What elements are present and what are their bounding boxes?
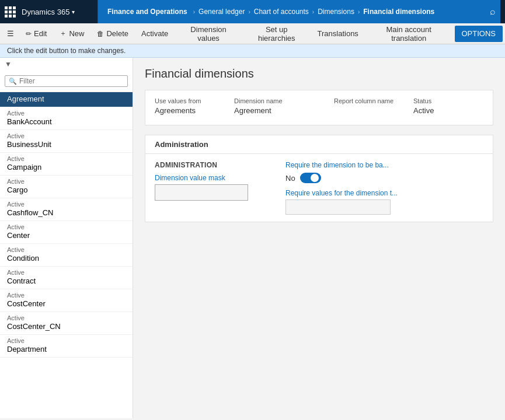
sidebar-item-condition[interactable]: ActiveCondition	[0, 244, 133, 267]
report-column-name-value	[334, 106, 404, 118]
page-title: Financial dimensions	[145, 67, 493, 80]
item-status: Active	[7, 337, 126, 344]
breadcrumb-item-1[interactable]: Chart of accounts	[254, 8, 309, 16]
item-status: Active	[7, 132, 126, 139]
search-button[interactable]: ⌕	[490, 6, 496, 17]
sidebar-item-department[interactable]: ActiveDepartment	[0, 335, 133, 358]
item-name: Center	[7, 231, 126, 240]
dim-mask-input[interactable]	[155, 184, 248, 201]
report-column-name-group: Report column name	[334, 97, 404, 118]
info-bar: Click the edit button to make changes.	[0, 44, 505, 58]
item-name: BankAccount	[7, 117, 126, 126]
use-values-from-label: Use values from	[155, 97, 225, 104]
require-values-label: Require values for the dimension t...	[285, 189, 483, 197]
require-ba-item: Require the dimension to be ba... No	[285, 161, 483, 183]
waffle-icon[interactable]	[5, 6, 16, 18]
options-button[interactable]: OPTIONS	[455, 26, 503, 42]
require-ba-label: Require the dimension to be ba...	[285, 161, 483, 169]
dim-mask-label: Dimension value mask	[155, 174, 271, 182]
app-name-group: Dynamics 365 ▾	[22, 8, 75, 16]
funnel-icon: ▼	[5, 60, 12, 68]
use-values-from-group: Use values from Agreements	[155, 97, 225, 118]
item-name: CostCenter_CN	[7, 322, 126, 331]
item-name: Cashflow_CN	[7, 208, 126, 217]
sidebar-item-businessunit[interactable]: ActiveBusinessUnit	[0, 130, 133, 153]
item-status: Active	[7, 223, 126, 230]
action-bar: ☰ ✏ Edit ＋ New 🗑 Delete Activate Dimensi…	[0, 23, 505, 44]
section-header: Administration	[145, 135, 493, 154]
sidebar-item-costcenter[interactable]: ActiveCostCenter	[0, 289, 133, 312]
item-name: Campaign	[7, 163, 126, 172]
main-account-translation-button[interactable]: Main account translation	[365, 26, 452, 42]
item-status: Active	[7, 246, 126, 253]
item-name: Department	[7, 345, 126, 354]
item-status: Active	[7, 292, 126, 299]
dynamics-caret[interactable]: ▾	[72, 9, 75, 15]
filter-search-icon: 🔍	[9, 78, 17, 85]
sidebar-item-agreement[interactable]: Agreement	[0, 92, 133, 107]
item-status: Active	[7, 201, 126, 208]
dynamics-label: Dynamics 365	[22, 8, 69, 16]
item-status: Active	[7, 110, 126, 117]
breadcrumb-item-2[interactable]: Dimensions	[318, 8, 354, 16]
require-row: Require the dimension to be ba... No Req…	[285, 161, 483, 215]
dimension-values-button[interactable]: Dimension values	[175, 26, 242, 42]
status-group: Status Active	[413, 97, 483, 118]
breadcrumb-bar: Finance and Operations › General ledger …	[98, 0, 485, 23]
item-name: CostCenter	[7, 299, 126, 308]
new-button[interactable]: ＋ New	[54, 26, 90, 42]
section-body: ADMINISTRATION Dimension value mask Requ…	[145, 154, 493, 222]
breadcrumb-sep-3: ›	[358, 9, 360, 15]
sidebar-item-cargo[interactable]: ActiveCargo	[0, 176, 133, 198]
section-right: Require the dimension to be ba... No Req…	[285, 161, 483, 215]
administration-section: Administration ADMINISTRATION Dimension …	[145, 135, 493, 222]
sidebar-filter: 🔍	[0, 71, 133, 92]
translations-button[interactable]: Translations	[312, 26, 364, 42]
toggle-row: No	[285, 173, 483, 183]
sidebar-item-bankaccount[interactable]: ActiveBankAccount	[0, 107, 133, 130]
sidebar-item-contract[interactable]: ActiveContract	[0, 267, 133, 289]
activate-button[interactable]: Activate	[135, 26, 174, 42]
filter-input[interactable]	[19, 77, 124, 85]
edit-icon: ✏	[26, 30, 32, 38]
require-values-item: Require values for the dimension t...	[285, 189, 483, 215]
require-ba-value: No	[285, 174, 295, 183]
fields-row: Use values from Agreements Dimension nam…	[145, 90, 493, 125]
sidebar-item-costcenter_cn[interactable]: ActiveCostCenter_CN	[0, 312, 133, 335]
breadcrumb-sep-2: ›	[312, 9, 314, 15]
item-name: Agreement	[7, 94, 126, 103]
status-label: Status	[413, 97, 483, 104]
item-status: Active	[7, 269, 126, 276]
new-icon: ＋	[60, 29, 67, 38]
sidebar-item-cashflow_cn[interactable]: ActiveCashflow_CN	[0, 198, 133, 221]
hamburger-menu[interactable]: ☰	[2, 27, 19, 40]
sidebar-list: AgreementActiveBankAccountActiveBusiness…	[0, 92, 133, 418]
top-bar-right: ⌕	[485, 0, 500, 23]
require-ba-toggle[interactable]	[300, 173, 321, 183]
sidebar-header: ▼	[0, 58, 133, 71]
use-values-from-value: Agreements	[155, 106, 225, 118]
app-branding: Dynamics 365 ▾	[5, 0, 98, 23]
sidebar-item-campaign[interactable]: ActiveCampaign	[0, 153, 133, 176]
sidebar-item-center[interactable]: ActiveCenter	[0, 221, 133, 244]
delete-button[interactable]: 🗑 Delete	[91, 26, 134, 42]
report-column-name-label: Report column name	[334, 97, 404, 104]
finance-app-title: Finance and Operations	[107, 8, 187, 16]
breadcrumb: Finance and Operations › General ledger …	[107, 8, 434, 16]
dimension-name-group: Dimension name Agreement	[234, 97, 325, 118]
breadcrumb-item-3: Financial dimensions	[363, 8, 434, 16]
dimension-name-label: Dimension name	[234, 97, 325, 104]
top-bar: Dynamics 365 ▾ Finance and Operations › …	[0, 0, 505, 23]
item-status: Active	[7, 155, 126, 162]
sidebar: ▼ 🔍 AgreementActiveBankAccountActiveBusi…	[0, 58, 133, 418]
require-values-input[interactable]	[285, 200, 391, 215]
filter-input-wrap: 🔍	[5, 75, 128, 87]
set-up-hierarchies-button[interactable]: Set up hierarchies	[243, 26, 311, 42]
dimension-name-value: Agreement	[234, 106, 328, 118]
breadcrumb-item-0[interactable]: General ledger	[198, 8, 245, 16]
edit-button[interactable]: ✏ Edit	[20, 26, 53, 42]
item-name: Contract	[7, 276, 126, 285]
main-content: ▼ 🔍 AgreementActiveBankAccountActiveBusi…	[0, 58, 505, 418]
item-name: BusinessUnit	[7, 140, 126, 149]
detail-panel: Financial dimensions Use values from Agr…	[133, 58, 505, 418]
